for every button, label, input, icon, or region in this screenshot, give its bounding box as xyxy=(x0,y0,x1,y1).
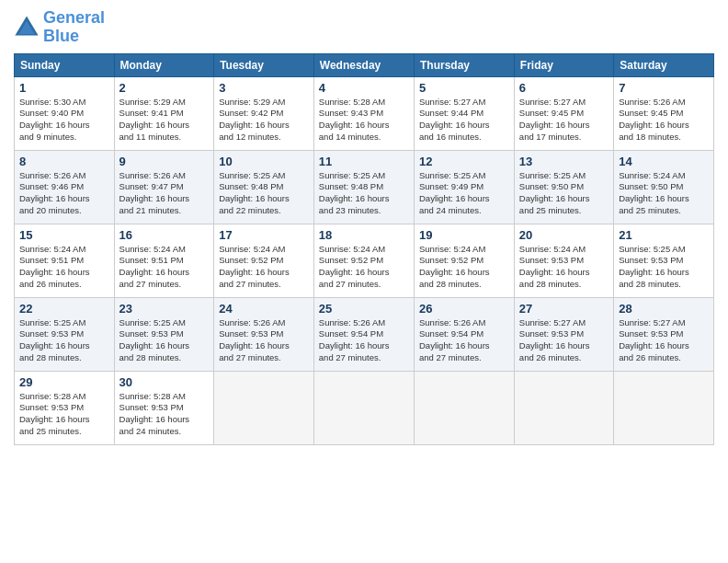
calendar-cell: 8Sunrise: 5:26 AM Sunset: 9:46 PM Daylig… xyxy=(15,150,115,224)
day-info: Sunrise: 5:26 AM Sunset: 9:46 PM Dayligh… xyxy=(19,170,109,217)
day-info: Sunrise: 5:25 AM Sunset: 9:48 PM Dayligh… xyxy=(219,170,309,217)
calendar-cell: 12Sunrise: 5:25 AM Sunset: 9:49 PM Dayli… xyxy=(415,150,515,224)
day-info: Sunrise: 5:25 AM Sunset: 9:48 PM Dayligh… xyxy=(319,170,409,217)
day-info: Sunrise: 5:28 AM Sunset: 9:53 PM Dayligh… xyxy=(119,391,210,438)
day-info: Sunrise: 5:30 AM Sunset: 9:40 PM Dayligh… xyxy=(19,97,109,144)
calendar-cell: 13Sunrise: 5:25 AM Sunset: 9:50 PM Dayli… xyxy=(514,150,613,224)
day-number: 30 xyxy=(119,375,210,389)
day-number: 19 xyxy=(419,228,509,242)
calendar-cell: 23Sunrise: 5:25 AM Sunset: 9:53 PM Dayli… xyxy=(114,297,214,371)
day-info: Sunrise: 5:29 AM Sunset: 9:41 PM Dayligh… xyxy=(119,97,210,144)
day-number: 5 xyxy=(419,81,509,95)
day-number: 16 xyxy=(119,228,210,242)
day-info: Sunrise: 5:27 AM Sunset: 9:53 PM Dayligh… xyxy=(619,317,709,364)
calendar-cell: 22Sunrise: 5:25 AM Sunset: 9:53 PM Dayli… xyxy=(15,297,115,371)
logo-text: General Blue xyxy=(43,9,105,46)
calendar-cell: 24Sunrise: 5:26 AM Sunset: 9:53 PM Dayli… xyxy=(214,297,314,371)
day-info: Sunrise: 5:24 AM Sunset: 9:52 PM Dayligh… xyxy=(219,244,309,291)
day-number: 17 xyxy=(219,228,309,242)
calendar-cell xyxy=(614,371,714,444)
calendar-cell: 20Sunrise: 5:24 AM Sunset: 9:53 PM Dayli… xyxy=(514,224,613,297)
calendar-cell: 30Sunrise: 5:28 AM Sunset: 9:53 PM Dayli… xyxy=(114,371,214,444)
calendar-cell: 6Sunrise: 5:27 AM Sunset: 9:45 PM Daylig… xyxy=(514,76,613,150)
calendar-cell: 16Sunrise: 5:24 AM Sunset: 9:51 PM Dayli… xyxy=(114,224,214,297)
day-number: 11 xyxy=(319,155,409,168)
day-number: 27 xyxy=(519,302,609,316)
logo: General Blue xyxy=(14,9,105,46)
day-info: Sunrise: 5:25 AM Sunset: 9:53 PM Dayligh… xyxy=(619,244,709,291)
day-number: 28 xyxy=(619,302,709,316)
col-header-sunday: Sunday xyxy=(15,53,115,76)
col-header-thursday: Thursday xyxy=(415,53,515,76)
calendar-cell: 26Sunrise: 5:26 AM Sunset: 9:54 PM Dayli… xyxy=(415,297,515,371)
calendar-cell xyxy=(415,371,515,444)
day-number: 6 xyxy=(519,81,609,95)
col-header-wednesday: Wednesday xyxy=(313,53,414,76)
calendar-cell: 3Sunrise: 5:29 AM Sunset: 9:42 PM Daylig… xyxy=(214,76,314,150)
calendar-cell: 9Sunrise: 5:26 AM Sunset: 9:47 PM Daylig… xyxy=(114,150,214,224)
day-info: Sunrise: 5:24 AM Sunset: 9:52 PM Dayligh… xyxy=(319,244,409,291)
day-number: 10 xyxy=(219,155,309,168)
main-container: General Blue SundayMondayTuesdayWednesda… xyxy=(0,0,728,454)
day-info: Sunrise: 5:27 AM Sunset: 9:44 PM Dayligh… xyxy=(419,97,509,144)
day-number: 15 xyxy=(19,228,109,242)
calendar-cell: 14Sunrise: 5:24 AM Sunset: 9:50 PM Dayli… xyxy=(614,150,714,224)
day-number: 4 xyxy=(319,81,409,95)
day-info: Sunrise: 5:26 AM Sunset: 9:47 PM Dayligh… xyxy=(119,170,210,217)
day-info: Sunrise: 5:28 AM Sunset: 9:53 PM Dayligh… xyxy=(19,391,109,438)
calendar-cell: 2Sunrise: 5:29 AM Sunset: 9:41 PM Daylig… xyxy=(114,76,214,150)
day-number: 7 xyxy=(619,81,709,95)
day-number: 21 xyxy=(619,228,709,242)
calendar-cell: 28Sunrise: 5:27 AM Sunset: 9:53 PM Dayli… xyxy=(614,297,714,371)
calendar-cell xyxy=(514,371,613,444)
calendar-cell: 10Sunrise: 5:25 AM Sunset: 9:48 PM Dayli… xyxy=(214,150,314,224)
calendar-cell: 19Sunrise: 5:24 AM Sunset: 9:52 PM Dayli… xyxy=(415,224,515,297)
day-number: 23 xyxy=(119,302,210,316)
day-number: 12 xyxy=(419,155,509,168)
day-number: 1 xyxy=(19,81,109,95)
calendar-cell: 15Sunrise: 5:24 AM Sunset: 9:51 PM Dayli… xyxy=(15,224,115,297)
day-number: 9 xyxy=(119,155,210,168)
day-info: Sunrise: 5:26 AM Sunset: 9:53 PM Dayligh… xyxy=(219,317,309,364)
calendar-table: SundayMondayTuesdayWednesdayThursdayFrid… xyxy=(14,53,714,445)
day-info: Sunrise: 5:24 AM Sunset: 9:51 PM Dayligh… xyxy=(119,244,210,291)
day-number: 18 xyxy=(319,228,409,242)
day-number: 2 xyxy=(119,81,210,95)
day-number: 8 xyxy=(19,155,109,168)
calendar-cell: 21Sunrise: 5:25 AM Sunset: 9:53 PM Dayli… xyxy=(614,224,714,297)
col-header-saturday: Saturday xyxy=(614,53,714,76)
day-number: 22 xyxy=(19,302,109,316)
day-info: Sunrise: 5:24 AM Sunset: 9:53 PM Dayligh… xyxy=(519,244,609,291)
day-info: Sunrise: 5:25 AM Sunset: 9:53 PM Dayligh… xyxy=(119,317,210,364)
day-info: Sunrise: 5:29 AM Sunset: 9:42 PM Dayligh… xyxy=(219,97,309,144)
day-info: Sunrise: 5:24 AM Sunset: 9:52 PM Dayligh… xyxy=(419,244,509,291)
day-info: Sunrise: 5:26 AM Sunset: 9:54 PM Dayligh… xyxy=(319,317,409,364)
day-number: 26 xyxy=(419,302,509,316)
header: General Blue xyxy=(14,9,714,46)
calendar-cell: 7Sunrise: 5:26 AM Sunset: 9:45 PM Daylig… xyxy=(614,76,714,150)
day-info: Sunrise: 5:25 AM Sunset: 9:49 PM Dayligh… xyxy=(419,170,509,217)
calendar-cell: 25Sunrise: 5:26 AM Sunset: 9:54 PM Dayli… xyxy=(313,297,414,371)
calendar-cell: 11Sunrise: 5:25 AM Sunset: 9:48 PM Dayli… xyxy=(313,150,414,224)
day-number: 24 xyxy=(219,302,309,316)
calendar-cell: 29Sunrise: 5:28 AM Sunset: 9:53 PM Dayli… xyxy=(15,371,115,444)
day-number: 3 xyxy=(219,81,309,95)
logo-icon xyxy=(14,15,40,40)
day-info: Sunrise: 5:26 AM Sunset: 9:54 PM Dayligh… xyxy=(419,317,509,364)
day-info: Sunrise: 5:26 AM Sunset: 9:45 PM Dayligh… xyxy=(619,97,709,144)
calendar-cell xyxy=(214,371,314,444)
day-number: 13 xyxy=(519,155,609,168)
day-info: Sunrise: 5:25 AM Sunset: 9:50 PM Dayligh… xyxy=(519,170,609,217)
day-number: 29 xyxy=(19,375,109,389)
col-header-friday: Friday xyxy=(514,53,613,76)
col-header-monday: Monday xyxy=(114,53,214,76)
calendar-cell: 4Sunrise: 5:28 AM Sunset: 9:43 PM Daylig… xyxy=(313,76,414,150)
day-info: Sunrise: 5:24 AM Sunset: 9:51 PM Dayligh… xyxy=(19,244,109,291)
day-info: Sunrise: 5:27 AM Sunset: 9:53 PM Dayligh… xyxy=(519,317,609,364)
calendar-cell: 1Sunrise: 5:30 AM Sunset: 9:40 PM Daylig… xyxy=(15,76,115,150)
col-header-tuesday: Tuesday xyxy=(214,53,314,76)
day-info: Sunrise: 5:25 AM Sunset: 9:53 PM Dayligh… xyxy=(19,317,109,364)
day-info: Sunrise: 5:24 AM Sunset: 9:50 PM Dayligh… xyxy=(619,170,709,217)
day-info: Sunrise: 5:28 AM Sunset: 9:43 PM Dayligh… xyxy=(319,97,409,144)
calendar-cell: 27Sunrise: 5:27 AM Sunset: 9:53 PM Dayli… xyxy=(514,297,613,371)
